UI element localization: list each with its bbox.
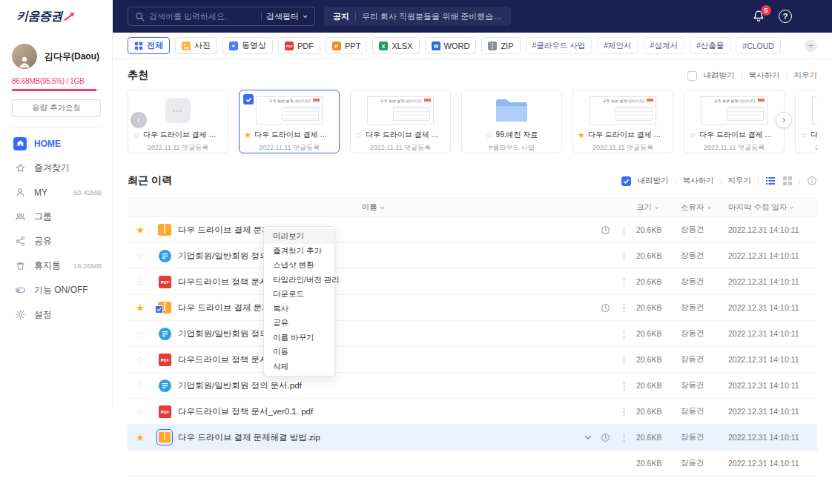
favorite-icon[interactable]: ☆ xyxy=(128,380,153,391)
recommend-card-selected[interactable]: 구축 화면 설계서(이미지) ★ 다우 드라이브 결제 문제해결 파... 20… xyxy=(239,90,340,153)
add-filter-button[interactable]: + xyxy=(805,39,817,52)
more-icon[interactable]: ⋮ xyxy=(619,381,629,391)
history-icon[interactable] xyxy=(601,433,610,442)
filter-chip-zip[interactable]: ZIP xyxy=(481,37,520,54)
file-name[interactable]: 다우 드라이브 결제 문제해결 방법.z... xyxy=(176,302,568,314)
file-name[interactable]: 기업회원/일반회원 정의 문서.pdf xyxy=(176,251,568,262)
menu-item-preview[interactable]: 미리보기 xyxy=(264,229,334,244)
favorite-icon[interactable]: ☆ xyxy=(800,131,808,139)
tag-chip-cloud-business[interactable]: #클라우드 사업 xyxy=(526,37,592,54)
table-row[interactable]: ☆ PDF 다우드라이브 정책 문서_ver0.1. pd... ⋮ 20.6K… xyxy=(128,269,817,295)
select-all-checkbox[interactable] xyxy=(687,71,697,81)
recommend-card[interactable]: 구축 화면 설계서(이미지) ☆ 다우 드라이브 결제 문제해결 파... 20… xyxy=(350,90,451,153)
more-icon[interactable]: ⋮ xyxy=(619,225,629,235)
download-button[interactable]: 내려받기 xyxy=(638,176,669,186)
filter-chip-photo[interactable]: 사진 xyxy=(175,37,217,54)
filter-chip-word[interactable]: W WORD xyxy=(425,37,477,54)
tag-chip-design[interactable]: #설계서 xyxy=(644,37,684,54)
favorite-icon[interactable]: ★ xyxy=(128,302,153,314)
sidebar-item-favorites[interactable]: 즐겨찾기 xyxy=(0,156,112,180)
more-icon[interactable]: ⋮ xyxy=(619,407,629,417)
menu-item-rename[interactable]: 이름 바꾸기 xyxy=(264,331,334,345)
favorite-icon[interactable]: ☆ xyxy=(128,406,153,417)
more-icon[interactable]: ⋮ xyxy=(619,277,629,287)
list-view-icon[interactable] xyxy=(765,176,776,186)
table-row-selected[interactable]: ★ 다우 드라이브 결제 문제해결 방법.zip ⋮ 20.6KB 장동건 20… xyxy=(128,425,817,451)
more-icon[interactable]: ⋮ xyxy=(619,251,629,261)
select-checkbox-checked[interactable] xyxy=(621,176,631,186)
filter-chip-all[interactable]: 전체 xyxy=(128,37,170,54)
menu-item-snapshot[interactable]: 스냅샷 변환 xyxy=(264,258,334,273)
sidebar-item-share[interactable]: 공유 xyxy=(0,229,112,253)
card-checkbox-checked[interactable] xyxy=(243,94,254,105)
carousel-prev-button[interactable]: ‹ xyxy=(131,112,147,128)
recommend-card[interactable]: 구축 화면 설계서(이미지) ★ 다우 드라이브 결제 문제해결 파... 20… xyxy=(572,90,673,153)
search-input[interactable] xyxy=(149,12,257,21)
more-icon[interactable]: ⋮ xyxy=(619,355,629,365)
table-row[interactable]: 20.6KB 장동건 2022.12.31 14:10:11 xyxy=(128,451,817,477)
history-icon[interactable] xyxy=(601,225,610,235)
more-icon[interactable]: ⋮ xyxy=(619,329,629,339)
history-icon[interactable] xyxy=(601,303,610,313)
favorite-icon[interactable]: ☆ xyxy=(128,354,153,365)
favorite-icon[interactable]: ☆ xyxy=(689,131,696,139)
menu-item-timeline-version[interactable]: 타임라인/버전 관리 xyxy=(264,273,334,288)
more-icon[interactable]: ⋮ xyxy=(619,303,629,313)
recommend-card[interactable]: 구축 화면 설계서(이미지) ☆ 다우 드라이브 결제 문제해결 파... 20… xyxy=(684,90,785,153)
file-name[interactable]: 다우드라이브 정책 문서_ver0.1. pdf xyxy=(176,406,568,417)
quota-request-button[interactable]: 용량 추가요청 xyxy=(12,99,101,117)
file-checkbox-checked[interactable] xyxy=(155,305,163,314)
menu-item-copy[interactable]: 복사 xyxy=(264,302,334,316)
tag-chip-output[interactable]: #산출물 xyxy=(690,37,730,54)
file-name[interactable]: 다우드라이브 정책 문서_ver0.1. pd... xyxy=(176,276,568,288)
favorite-icon[interactable]: ☆ xyxy=(133,131,140,139)
favorite-icon[interactable]: ☆ xyxy=(128,276,153,288)
file-name[interactable]: 기업회원/일반회원 정의 문서.pdf xyxy=(176,380,568,391)
bell-icon[interactable]: 5 xyxy=(752,10,765,23)
file-name[interactable]: 다우 드라이브 결제 문제해결 방법.zip xyxy=(176,225,568,236)
table-row[interactable]: ★ 다우 드라이브 결제 문제해결 방법.z... ⋮ 20.6KB 장동건 2… xyxy=(128,295,817,321)
column-header-modified[interactable]: 마지막 수정 일자 xyxy=(728,202,817,213)
copy-button[interactable]: 복사하기 xyxy=(683,176,714,186)
search-filter-dropdown[interactable]: 검색필터 xyxy=(266,11,308,22)
sidebar-item-home[interactable]: HOME xyxy=(0,131,112,156)
grid-view-icon[interactable] xyxy=(782,176,793,186)
menu-item-move[interactable]: 이동 xyxy=(264,345,334,359)
sidebar-item-group[interactable]: 그룹 xyxy=(0,205,112,229)
favorite-icon[interactable]: ★ xyxy=(578,131,585,139)
sidebar-item-feature-toggle[interactable]: 기능 ON/OFF xyxy=(0,278,112,302)
recommend-card[interactable]: 구축 화면 설계서(이미지) ☆ 다우 드라이브 결제 문제해결 파... 20… xyxy=(795,90,817,153)
menu-item-add-favorite[interactable]: 즐겨찾기 추가 xyxy=(264,244,334,259)
more-icon[interactable]: ⋮ xyxy=(619,433,629,442)
carousel-next-button[interactable]: › xyxy=(776,112,792,128)
chevron-down-icon[interactable] xyxy=(584,435,592,440)
tag-chip-cloud[interactable]: #CLOUD xyxy=(736,37,781,54)
favorite-icon[interactable]: ★ xyxy=(128,432,153,443)
filter-chip-pdf[interactable]: PDF PDF xyxy=(278,37,320,54)
favorite-icon[interactable]: ★ xyxy=(244,131,251,139)
table-row[interactable]: ☆ 기업회원/일반회원 정의 문서.pdf ⋮ 20.6KB 장동건 2022.… xyxy=(128,321,817,347)
search-box[interactable]: 검색필터 xyxy=(128,7,315,26)
column-header-owner[interactable]: 소유자 xyxy=(681,202,728,213)
table-row[interactable]: ☆ 기업회원/일반회원 정의 문서.pdf ⋮ 20.6KB 장동건 2022.… xyxy=(128,243,817,269)
avatar[interactable] xyxy=(12,44,37,69)
copy-button[interactable]: 복사하기 xyxy=(749,70,780,81)
favorite-icon[interactable]: ☆ xyxy=(486,131,493,139)
delete-button[interactable]: 지우기 xyxy=(728,176,752,186)
filter-chip-xlsx[interactable]: X XLSX xyxy=(372,37,419,54)
favorite-icon[interactable]: ☆ xyxy=(128,251,153,262)
sidebar-item-trash[interactable]: 휴지통 16.26MB xyxy=(0,253,112,278)
file-name[interactable]: 다우 드라이브 결제 문제해결 방법.zip xyxy=(176,432,568,443)
table-row[interactable]: ★ 다우 드라이브 결제 문제해결 방법.zip ⋮ 20.6KB 장동건 20… xyxy=(128,217,817,243)
recommend-card-folder[interactable]: ☆ 99.예전 자료 #클라우드 사업 xyxy=(461,90,562,153)
menu-item-share[interactable]: 공유 xyxy=(264,316,334,331)
notice-banner[interactable]: 공지 우리 회사 직원분들을 위해 준비했습니다. 명절 이벤트에 설레... xyxy=(324,7,511,26)
download-button[interactable]: 내려받기 xyxy=(704,70,735,81)
delete-button[interactable]: 지우기 xyxy=(794,70,818,81)
favorite-icon[interactable]: ☆ xyxy=(128,328,153,339)
file-name[interactable]: 다우드라이브 정책 문서_ver0.1. pd... xyxy=(176,354,568,365)
favorite-icon[interactable]: ★ xyxy=(128,225,153,236)
sidebar-item-settings[interactable]: 설정 xyxy=(0,302,112,327)
column-header-size[interactable]: 크기 xyxy=(636,202,681,213)
help-icon[interactable]: ? xyxy=(779,10,792,23)
